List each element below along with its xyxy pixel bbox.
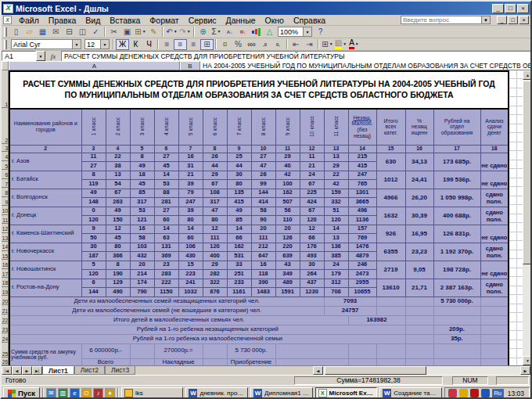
- header-class-cell[interactable]: 4 класс: [154, 109, 178, 145]
- excel-app-icon[interactable]: X: [3, 4, 13, 13]
- cell[interactable]: 51: [324, 207, 348, 216]
- cell[interactable]: 33: [227, 261, 251, 270]
- cell[interactable]: 15: [178, 261, 203, 270]
- row-header[interactable]: 5: [2, 161, 9, 171]
- cell[interactable]: 13: [324, 153, 348, 162]
- column-number-cell[interactable]: 11: [275, 145, 300, 153]
- cell[interactable]: 11: [81, 153, 106, 162]
- column-number-cell[interactable]: 10: [251, 145, 275, 153]
- scroll-right-icon[interactable]: ▶: [520, 366, 530, 375]
- cell[interactable]: 29: [275, 153, 300, 162]
- sort-descending-icon[interactable]: Я↓: [236, 27, 250, 38]
- cell[interactable]: 150: [106, 216, 130, 225]
- column-number-cell[interactable]: 5: [130, 145, 154, 153]
- row-header[interactable]: 23: [2, 324, 9, 333]
- cell[interactable]: 47: [251, 162, 275, 171]
- cell[interactable]: 23: [154, 261, 178, 270]
- formula-input[interactable]: РАСЧЕТ СУММЫ ДЕНЕЖНЫХ СРЕДСТВ ДЛЯ ПРИОБР…: [61, 51, 530, 61]
- summary-cell[interactable]: 163982: [348, 315, 405, 325]
- summary-cell[interactable]: 270000р.=: [154, 343, 203, 358]
- column-number-cell[interactable]: 15: [376, 145, 405, 153]
- cell[interactable]: 26: [251, 171, 275, 180]
- cell[interactable]: 430: [178, 252, 203, 261]
- cell[interactable]: 10655: [348, 288, 376, 297]
- menu-item[interactable]: Файл: [14, 16, 44, 25]
- analysis-cell[interactable]: сдано полн.: [480, 207, 509, 225]
- cell[interactable]: 45: [154, 162, 178, 171]
- close-icon[interactable]: ×: [517, 4, 529, 13]
- summary-cell[interactable]: [130, 358, 154, 365]
- cell[interactable]: 0: [81, 207, 106, 216]
- print-icon[interactable]: ⊟: [63, 27, 76, 38]
- cell[interactable]: 45: [130, 180, 154, 189]
- cell[interactable]: 42: [324, 180, 348, 189]
- cell[interactable]: 5: [81, 261, 106, 270]
- cell[interactable]: 9: [81, 225, 106, 234]
- cell[interactable]: 1476: [348, 243, 376, 252]
- column-number-cell[interactable]: 3: [81, 145, 106, 153]
- summary-cell[interactable]: [480, 306, 509, 315]
- analysis-cell[interactable]: не сдано: [480, 261, 509, 279]
- cell[interactable]: 53: [154, 180, 178, 189]
- cell[interactable]: 251: [227, 270, 251, 279]
- cell[interactable]: 222: [154, 279, 178, 288]
- fill-color-icon[interactable]: ▧▼: [334, 39, 347, 50]
- summary-cell[interactable]: 209р.: [433, 325, 480, 334]
- analysis-cell[interactable]: сдано полн.: [480, 189, 509, 207]
- menu-item[interactable]: Вставка: [105, 16, 145, 25]
- currency-icon[interactable]: ¤: [218, 39, 232, 50]
- cell[interactable]: 31: [178, 162, 203, 171]
- total-cell[interactable]: 1012: [376, 171, 405, 189]
- summary-cell[interactable]: Сумма средств на закупку учебников руб.: [9, 343, 81, 365]
- cell[interactable]: 54: [106, 180, 130, 189]
- header-class-cell[interactable]: 3 класс: [130, 109, 154, 145]
- cell[interactable]: 2955: [348, 279, 376, 288]
- rubles-cell[interactable]: 173 685р.: [433, 153, 480, 171]
- cell[interactable]: 66: [300, 234, 324, 243]
- taskbar-task-button[interactable]: XMicrosoft Excel ...: [315, 387, 378, 399]
- row-header[interactable]: 17: [2, 269, 9, 279]
- cell[interactable]: 40: [275, 162, 300, 171]
- cell[interactable]: 400: [203, 252, 227, 261]
- total-cell[interactable]: 6355: [376, 243, 405, 261]
- cell[interactable]: 1301: [348, 189, 376, 198]
- tray-icon-red[interactable]: [448, 389, 457, 397]
- cell[interactable]: 67: [106, 189, 130, 198]
- cell[interactable]: 63: [154, 234, 178, 243]
- summary-cell[interactable]: [405, 358, 433, 365]
- cell[interactable]: 20: [130, 261, 154, 270]
- sheet-tab[interactable]: Лист3: [105, 366, 135, 375]
- column-number-cell[interactable]: 9: [227, 145, 251, 153]
- summary-cell[interactable]: [275, 343, 348, 358]
- cell[interactable]: 24: [300, 171, 324, 180]
- city-name-cell[interactable]: г. Ростов-на-Дону: [9, 279, 81, 297]
- analysis-cell[interactable]: не сдано: [480, 171, 509, 189]
- summary-cell[interactable]: [405, 297, 433, 306]
- cell[interactable]: 16: [178, 153, 203, 162]
- cell[interactable]: 4879: [348, 252, 376, 261]
- menu-item[interactable]: Вид: [81, 16, 105, 25]
- cut-icon[interactable]: ✂: [107, 27, 120, 38]
- row-header[interactable]: 25: [2, 343, 9, 358]
- cell[interactable]: 88: [154, 189, 178, 198]
- cell[interactable]: 44: [227, 162, 251, 171]
- analysis-cell[interactable]: сдано полн.: [480, 279, 509, 297]
- column-number-cell[interactable]: 4: [106, 145, 130, 153]
- row-header[interactable]: 21: [2, 305, 9, 315]
- summary-cell[interactable]: [376, 343, 405, 358]
- cell[interactable]: 144: [81, 288, 106, 297]
- cell[interactable]: 58: [130, 234, 154, 243]
- summary-cell[interactable]: Рублей на 1-го ребенка незащищенных кате…: [9, 325, 405, 334]
- cell[interactable]: 769: [348, 234, 376, 243]
- cell[interactable]: 21: [300, 162, 324, 171]
- city-name-cell[interactable]: г. Батайск: [9, 171, 81, 189]
- cell[interactable]: 283: [154, 270, 178, 279]
- percent-cell[interactable]: 34,13: [405, 153, 433, 171]
- cell[interactable]: 22: [324, 171, 348, 180]
- row-header[interactable]: 16: [2, 260, 9, 269]
- cell[interactable]: 79: [178, 189, 203, 198]
- summary-cell[interactable]: 24757: [324, 306, 376, 315]
- column-number-cell[interactable]: 13: [324, 145, 348, 153]
- summary-cell[interactable]: [130, 343, 154, 358]
- cell[interactable]: 247: [348, 171, 376, 180]
